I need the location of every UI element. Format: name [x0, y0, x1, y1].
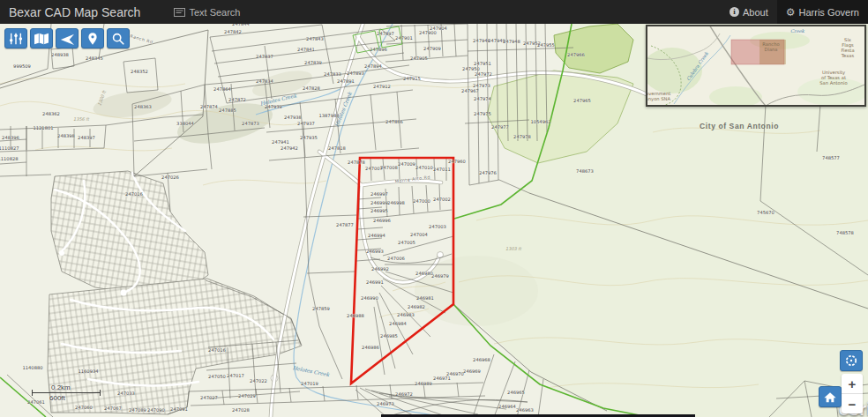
search-button[interactable] [107, 28, 130, 48]
parcel-label: 246979 [431, 273, 449, 279]
parcel-label: 246972 [395, 391, 413, 397]
parcel-label: 247003 [429, 224, 446, 229]
inset-label: Creek [790, 28, 805, 34]
parcel-label: 1387988 [318, 113, 339, 118]
text-search-menu[interactable]: Text Search [174, 7, 240, 18]
parcel-label: 745670 [757, 210, 774, 215]
parcel-label: 247028 [232, 407, 250, 413]
parcel-label: 247010 [415, 165, 433, 170]
parcel-label: 247896 [370, 47, 387, 52]
parcel-label: 247974 [474, 96, 492, 101]
parcel-label: 246985 [380, 333, 398, 339]
creek-label: Helotes Creek [292, 365, 331, 377]
zoom-in-button[interactable]: + [842, 374, 863, 393]
parcel-label: 247874 [200, 104, 219, 109]
parcel-label: 247843 [306, 36, 324, 41]
locate-parcel-button[interactable] [81, 28, 104, 48]
geolocate-button[interactable] [840, 350, 863, 371]
parcel-label: 247966 [567, 52, 585, 57]
parcel-label: 248396 [2, 135, 19, 140]
parcel-label: 248397 [78, 135, 95, 140]
overview-map[interactable]: RanchoDianaSixFlagsFiestaTexasUniversity… [646, 25, 866, 107]
parcel-label: 246964 [498, 404, 517, 409]
parcel-label: 247859 [312, 306, 330, 311]
parcel-label: 1054961 [530, 119, 550, 124]
parcel-label: 247837 [256, 54, 273, 59]
parcel-label: 247872 [228, 97, 246, 102]
layers-filter-button[interactable] [4, 28, 27, 48]
parcel-label: 247885 [219, 108, 236, 113]
parcel-label: 247912 [373, 84, 391, 89]
parcel-label: 248352 [131, 69, 148, 74]
parcel-label: 247897 [377, 31, 394, 36]
parcel-label: 247976 [479, 170, 497, 175]
parcel-label: 247904 [430, 26, 448, 31]
parcel-label: 247004 [410, 232, 429, 237]
parcel-label: 247841 [297, 47, 315, 52]
parcel-label: 247842 [224, 29, 242, 34]
text-search-label: Text Search [189, 7, 240, 18]
parcel-label: 246981 [416, 295, 434, 301]
parcel-label: 246997 [370, 191, 388, 197]
brand-menu[interactable]: ⚙ Harris Govern [777, 0, 868, 24]
zoom-out-button[interactable]: − [842, 394, 863, 413]
parcel-label: 1110827 [0, 145, 19, 151]
about-menu[interactable]: i About [721, 0, 777, 24]
parcel-label: 1121801 [33, 125, 53, 130]
parcel-label: 338044 [176, 121, 195, 126]
scale-km-label: 0.2km [51, 383, 129, 391]
parcel-label: 247090 [147, 407, 165, 413]
parcel-label: 246999 [370, 200, 388, 205]
inset-label: RanchoDiana [762, 41, 779, 52]
parcel-label: 247878 [348, 160, 365, 165]
navigate-button[interactable] [56, 28, 79, 48]
parcel-label: 247091 [170, 406, 188, 412]
search-icon [109, 32, 127, 46]
app-header: Bexar CAD Map Search Text Search i About… [0, 0, 868, 24]
parcel-label: 246980 [415, 271, 433, 276]
parcel-label: 247089 [129, 407, 146, 413]
parcel-label: 247909 [423, 46, 441, 51]
parcel-label: 247873 [242, 121, 259, 126]
parcel-label: 248938 [51, 52, 69, 57]
parcel-label: 247960 [448, 159, 466, 164]
parcel-label: 247915 [403, 76, 421, 81]
parcel-label: 246983 [397, 312, 415, 317]
parcel-label: 247839 [304, 60, 322, 65]
info-icon: i [730, 7, 739, 17]
parcel-label: 247060 [75, 405, 93, 410]
parcel-label: 247016 [208, 347, 226, 353]
parcel-label: 247002 [433, 197, 451, 202]
parcel-label: 246984 [389, 321, 408, 326]
parcel-label: 247818 [328, 145, 346, 151]
parcel-label: 247967 [461, 88, 479, 93]
parcel-label: 247005 [398, 240, 415, 245]
location-pin-icon [84, 32, 101, 46]
parcel-label: 248363 [134, 104, 152, 109]
parcel-label: 246982 [408, 304, 425, 309]
city-labels: City of San Antonio [700, 122, 779, 130]
inset-label: GovernmentCanyon SNA [647, 91, 670, 102]
city-boundary-label: City of San Antonio [700, 122, 779, 130]
parcel-label: 248398 [57, 133, 75, 138]
parcel-label: 248362 [42, 111, 60, 116]
parcel-label: 247864 [213, 86, 232, 92]
home-button[interactable] [819, 386, 842, 407]
parcel-label: 247941 [272, 139, 289, 145]
parcel-label: 246998 [387, 200, 405, 205]
geolocate-icon [844, 354, 858, 368]
parcel-label: 247942 [281, 145, 298, 151]
map-canvas[interactable]: 1356 ft1300 ft1303 ft 999509248938248345… [0, 24, 868, 417]
parcel-label: 246992 [371, 266, 389, 272]
basemap-button[interactable] [30, 28, 53, 48]
inset-label: Universityof Texas atSan Antonio [819, 70, 847, 86]
parcel-label: 247006 [387, 256, 405, 261]
parcel-label: 248345 [86, 56, 103, 61]
parcel-label: 247975 [474, 111, 491, 116]
parcel-label: 246969 [463, 369, 481, 374]
parcel-label: 247834 [256, 78, 274, 84]
parcel-label: 246968 [473, 357, 490, 362]
parcel-label: 748673 [576, 168, 594, 174]
parcel-label: 246996 [373, 218, 391, 223]
parcel-label: 247029 [238, 393, 256, 398]
